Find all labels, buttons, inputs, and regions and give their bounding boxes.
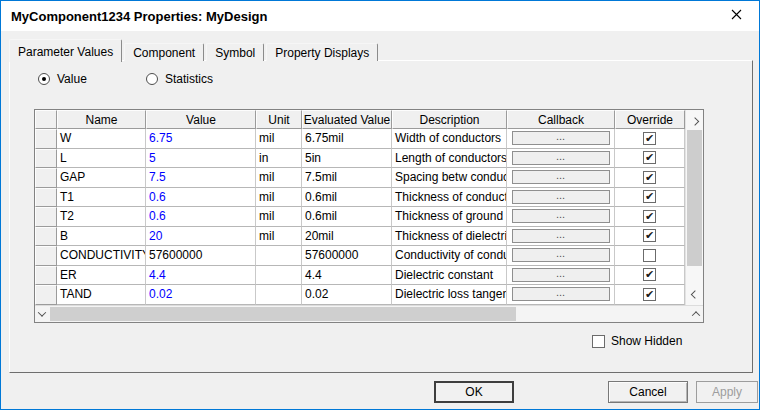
override-checkbox[interactable]: ✔ [643,132,656,145]
callback-button[interactable]: ... [512,170,610,184]
unit-cell[interactable]: in [256,149,302,169]
radio-statistics[interactable]: Statistics [146,72,213,86]
row-selector[interactable] [35,129,57,149]
row-selector[interactable] [35,207,57,227]
scroll-up-button[interactable] [686,112,703,127]
tab-parameter-values[interactable]: Parameter Values [9,39,122,62]
override-checkbox[interactable]: ✔ [643,171,656,184]
radio-value-circle[interactable] [38,73,50,85]
unit-cell[interactable] [256,246,302,266]
param-name-cell[interactable]: B [57,227,146,247]
radio-statistics-circle[interactable] [146,73,158,85]
callback-button[interactable]: ... [512,287,610,301]
callback-cell: ... [507,129,615,149]
callback-cell: ... [507,207,615,227]
scroll-left-button[interactable] [35,306,49,322]
override-checkbox[interactable]: ✔ [643,288,656,301]
param-name-cell[interactable]: CONDUCTIVITY [57,246,146,266]
horizontal-scroll-thumb[interactable] [50,307,516,321]
scroll-down-button[interactable] [686,288,703,303]
table-row: CONDUCTIVITY5760000057600000Conductivity… [35,246,685,266]
row-selector[interactable] [35,285,57,305]
tab-bar: Parameter Values Component Symbol Proper… [9,38,380,61]
table-row: TAND0.020.02Dielectric loss tangent...✔ [35,285,685,305]
param-value-cell[interactable]: 0.02 [146,285,256,305]
vertical-scroll-thumb[interactable] [687,130,702,266]
close-button[interactable] [714,2,758,30]
param-value-cell[interactable]: 4.4 [146,266,256,286]
param-name-cell[interactable]: TAND [57,285,146,305]
override-cell: ✔ [615,227,685,247]
column-header-value: Value [146,110,256,129]
param-name-cell[interactable]: W [57,129,146,149]
override-cell: ✔ [615,266,685,286]
row-selector[interactable] [35,168,57,188]
param-name-cell[interactable]: GAP [57,168,146,188]
callback-button[interactable]: ... [512,248,610,262]
horizontal-scrollbar[interactable] [35,305,703,322]
ok-button[interactable]: OK [434,381,514,403]
param-value-cell[interactable]: 0.6 [146,188,256,208]
param-name-cell[interactable]: ER [57,266,146,286]
callback-button[interactable]: ... [512,190,610,204]
unit-cell[interactable]: mil [256,129,302,149]
cancel-button[interactable]: Cancel [608,381,688,403]
param-value-cell[interactable]: 57600000 [146,246,256,266]
callback-button[interactable]: ... [512,268,610,282]
tab-property-displays[interactable]: Property Displays [266,43,378,61]
show-hidden-checkbox[interactable] [592,335,605,348]
description-cell: Width of conductors [392,129,507,149]
override-checkbox[interactable]: ✔ [643,229,656,242]
override-checkbox[interactable]: ✔ [643,268,656,281]
override-checkbox[interactable]: ✔ [643,210,656,223]
column-header-unit: Unit [256,110,302,129]
callback-button[interactable]: ... [512,229,610,243]
chevron-down-icon [690,290,698,298]
param-value-cell[interactable]: 5 [146,149,256,169]
evaluated-value-cell: 7.5mil [302,168,392,188]
chevron-right-icon [692,311,700,319]
row-selector[interactable] [35,266,57,286]
param-value-cell[interactable]: 6.75 [146,129,256,149]
callback-button[interactable]: ... [512,151,610,165]
param-name-cell[interactable]: T1 [57,188,146,208]
param-value-cell[interactable]: 7.5 [146,168,256,188]
param-name-cell[interactable]: L [57,149,146,169]
vertical-scrollbar[interactable] [685,110,703,305]
row-selector[interactable] [35,149,57,169]
override-checkbox[interactable]: ✔ [643,151,656,164]
apply-button[interactable]: Apply [696,381,758,403]
unit-cell[interactable]: mil [256,207,302,227]
override-checkbox[interactable]: ✔ [643,190,656,203]
tab-symbol[interactable]: Symbol [206,43,264,61]
table-row: L5in5inLength of conductors...✔ [35,149,685,169]
row-selector[interactable] [35,246,57,266]
callback-button[interactable]: ... [512,131,610,145]
evaluated-value-cell: 4.4 [302,266,392,286]
evaluated-value-cell: 6.75mil [302,129,392,149]
override-checkbox[interactable] [643,249,656,262]
unit-cell[interactable]: mil [256,168,302,188]
callback-button[interactable]: ... [512,209,610,223]
tab-component[interactable]: Component [124,43,204,61]
scroll-right-button[interactable] [689,306,703,322]
radio-value[interactable]: Value [38,72,87,86]
column-header-selector [35,110,57,129]
callback-cell: ... [507,227,615,247]
callback-cell: ... [507,285,615,305]
unit-cell[interactable] [256,266,302,286]
row-selector[interactable] [35,188,57,208]
show-hidden-label: Show Hidden [611,334,682,348]
evaluated-value-cell: 5in [302,149,392,169]
param-value-cell[interactable]: 20 [146,227,256,247]
show-hidden-control[interactable]: Show Hidden [592,334,682,348]
unit-cell[interactable] [256,285,302,305]
table-row: GAP7.5mil7.5milSpacing betw conduct.....… [35,168,685,188]
param-value-cell[interactable]: 0.6 [146,207,256,227]
unit-cell[interactable]: mil [256,227,302,247]
unit-cell[interactable]: mil [256,188,302,208]
param-name-cell[interactable]: T2 [57,207,146,227]
title-bar: MyComponent1234 Properties: MyDesign [1,1,759,31]
parameter-values-page: Value Statistics Name Value Unit Evaluat… [9,60,753,373]
row-selector[interactable] [35,227,57,247]
